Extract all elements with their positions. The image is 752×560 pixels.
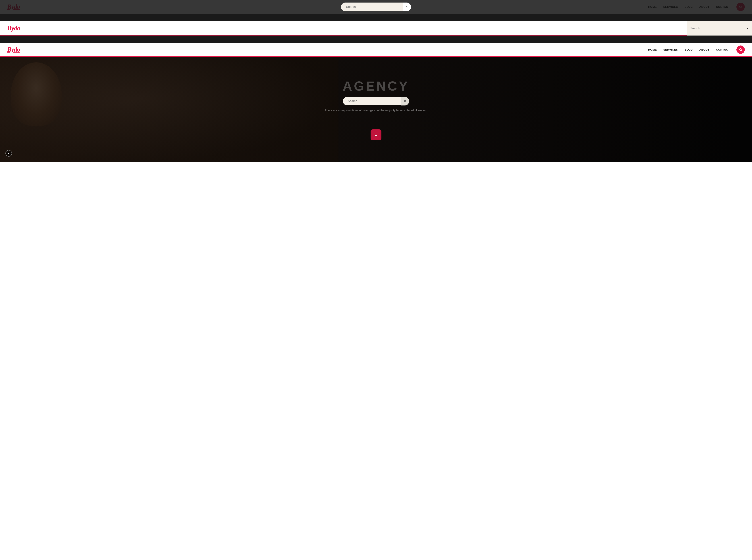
logo-2[interactable]: Bydo — [7, 25, 20, 32]
search-close-button-2[interactable]: × — [747, 27, 748, 31]
logo-text-3: Bydo — [7, 46, 20, 53]
nav-about-3[interactable]: ABOUT — [699, 48, 710, 51]
arrow-down-icon — [374, 133, 378, 137]
search-button-3[interactable] — [736, 45, 745, 54]
search-input-hero[interactable] — [343, 97, 401, 105]
close-icon-hero: × — [404, 99, 406, 103]
play-icon — [7, 152, 10, 155]
hero-content: AGENCY × There are many variations of pa… — [325, 79, 427, 140]
close-icon-1: × — [406, 5, 408, 9]
header-3: Bydo HOME SERVICES BLOG ABOUT CONTACT — [0, 43, 752, 57]
close-icon-2: × — [747, 27, 748, 30]
nav-3: HOME SERVICES BLOG ABOUT CONTACT — [648, 45, 745, 54]
nav-blog-3[interactable]: BLOG — [685, 48, 693, 51]
search-close-button-1[interactable]: × — [403, 2, 411, 11]
hero-title: AGENCY — [343, 79, 409, 94]
hero-search-row: × — [343, 97, 409, 105]
dark-divider-1 — [0, 14, 752, 21]
search-close-button-hero[interactable]: × — [401, 97, 409, 105]
header-2: Bydo HOME SERVICES BLOG × — [0, 21, 752, 36]
logo-3[interactable]: Bydo — [7, 46, 20, 53]
logo-text-2: Bydo — [7, 25, 20, 32]
search-icon-3 — [739, 48, 742, 51]
svg-marker-5 — [8, 153, 9, 154]
svg-line-3 — [741, 50, 742, 51]
search-input-1[interactable] — [341, 2, 403, 11]
hero-divider-line — [376, 115, 376, 126]
search-overlay-1: × — [0, 0, 752, 14]
search-input-2[interactable] — [690, 27, 745, 30]
dark-divider-2 — [0, 36, 752, 43]
nav-services-3[interactable]: SERVICES — [663, 48, 678, 51]
header-1: Bydo HOME SERVICES BLOG ABOUT CONTACT × — [0, 0, 752, 14]
search-bar-2: × — [687, 21, 752, 36]
hero-section: AGENCY × There are many variations of pa… — [0, 57, 752, 162]
hero-scroll-down-button[interactable] — [370, 129, 382, 140]
nav-contact-3[interactable]: CONTACT — [716, 48, 730, 51]
hero-play-button[interactable] — [5, 150, 12, 157]
hero-subtitle: There are many variations of passages bu… — [325, 109, 427, 112]
nav-home-3[interactable]: HOME — [648, 48, 657, 51]
